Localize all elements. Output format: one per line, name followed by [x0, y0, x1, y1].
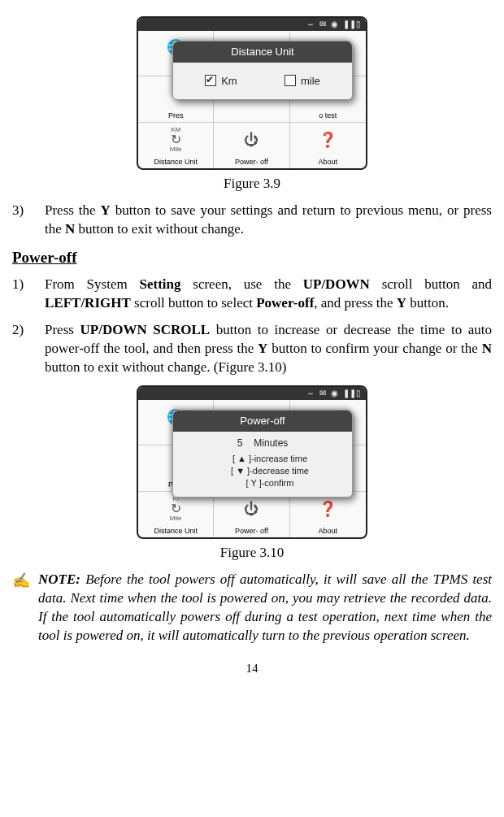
mic-icon: ◉ — [331, 388, 338, 399]
option-mile-label: mile — [301, 75, 320, 87]
distance-unit-dialog: Distance Unit Km mile — [172, 41, 353, 100]
cell-label: Power- off — [235, 526, 268, 536]
grid-cell-distance: KM ↻ Mile Distance Unit — [138, 123, 214, 168]
note-text: NOTE: Before the tool powers off automat… — [38, 571, 492, 645]
list-item-3: 3) Press the Y button to save your setti… — [12, 202, 492, 239]
device-screen-1: ↔ ✉ ◉ ❚❚▯ 🌐La at Pres o test KM ↻ Mile D… — [137, 16, 367, 170]
power-icon: ⏻ — [244, 123, 259, 157]
item-text: Press UP/DOWN SCROLL button to increase … — [45, 321, 492, 377]
figure-3-9: ↔ ✉ ◉ ❚❚▯ 🌐La at Pres o test KM ↻ Mile D… — [12, 16, 492, 170]
item-number: 1) — [12, 276, 45, 313]
status-bar: ↔ ✉ ◉ ❚❚▯ — [138, 18, 366, 31]
grid-cell-about: ❓About — [290, 123, 366, 168]
hint-decrease: [ ▼ ]-decrease time — [181, 465, 344, 477]
hint-confirm: [ Y ]-confirm — [181, 477, 344, 489]
cell-label: About — [319, 157, 338, 167]
mile-label: Mile — [170, 146, 182, 153]
mic-icon: ◉ — [331, 19, 338, 30]
dialog-title: Distance Unit — [173, 41, 352, 63]
option-mile[interactable]: mile — [285, 74, 320, 89]
checkbox-mile-icon — [285, 75, 296, 86]
grid-cell-poweroff: ⏻Power- off — [214, 123, 289, 168]
battery-icon: ❚❚▯ — [343, 388, 361, 399]
device-screen-2: ↔ ✉ ◉ ❚❚▯ 🌐La at Pres o test KI ↻ Mile D… — [137, 385, 367, 539]
item-number: 3) — [12, 202, 45, 239]
status-bar: ↔ ✉ ◉ ❚❚▯ — [138, 387, 366, 400]
note-icon: ✍ — [12, 571, 38, 645]
mail-icon: ✉ — [319, 19, 326, 30]
grid-cell-poweroff: ⏻Power- off — [214, 492, 289, 537]
minutes-value: 5 — [237, 437, 243, 449]
sync-icon: ↔ — [306, 19, 315, 30]
cell-label: About — [319, 526, 338, 536]
figure-3-10-caption: Figure 3.10 — [12, 544, 492, 563]
cell-label: Distance Unit — [154, 157, 198, 167]
checkbox-km-icon — [205, 75, 216, 86]
ordered-list-1: 3) Press the Y button to save your setti… — [12, 202, 492, 239]
mile-label: Mile — [170, 515, 182, 522]
distance-icon: KM ↻ Mile — [170, 123, 182, 157]
cell-label: Pres — [168, 111, 184, 120]
list-item-2: 2) Press UP/DOWN SCROLL button to increa… — [12, 321, 492, 377]
figure-3-10: ↔ ✉ ◉ ❚❚▯ 🌐La at Pres o test KI ↻ Mile D… — [12, 385, 492, 539]
grid-cell-about: ❓About — [290, 492, 366, 537]
ordered-list-2: 1) From System Setting screen, use the U… — [12, 276, 492, 377]
cell-label: o test — [319, 111, 337, 120]
sync-icon: ↔ — [306, 388, 315, 399]
help-icon: ❓ — [319, 123, 337, 157]
item-text: From System Setting screen, use the UP/D… — [45, 276, 492, 313]
cell-label: Power- off — [235, 157, 268, 167]
item-text: Press the Y button to save your settings… — [45, 202, 492, 239]
dialog-body: 5Minutes [ ▲ ]-increase time [ ▼ ]-decre… — [173, 432, 352, 498]
mail-icon: ✉ — [319, 388, 326, 399]
dialog-title: Power-off — [173, 411, 352, 432]
poweroff-dialog: Power-off 5Minutes [ ▲ ]-increase time [… — [172, 410, 353, 498]
option-km-label: Km — [221, 75, 237, 87]
figure-3-9-caption: Figure 3.9 — [12, 175, 492, 193]
section-heading-poweroff: Power-off — [12, 247, 492, 268]
note-block: ✍ NOTE: Before the tool powers off autom… — [12, 571, 492, 645]
minutes-unit: Minutes — [254, 437, 288, 449]
page-number: 14 — [12, 660, 492, 676]
grid-cell-distance: KI ↻ Mile Distance Unit — [138, 492, 214, 537]
item-number: 2) — [12, 321, 45, 377]
note-label: NOTE: — [38, 571, 80, 587]
list-item-1: 1) From System Setting screen, use the U… — [12, 276, 492, 313]
battery-icon: ❚❚▯ — [343, 19, 361, 30]
hint-increase: [ ▲ ]-increase time — [181, 453, 344, 465]
option-km[interactable]: Km — [205, 74, 237, 89]
cell-label: Distance Unit — [154, 526, 198, 536]
